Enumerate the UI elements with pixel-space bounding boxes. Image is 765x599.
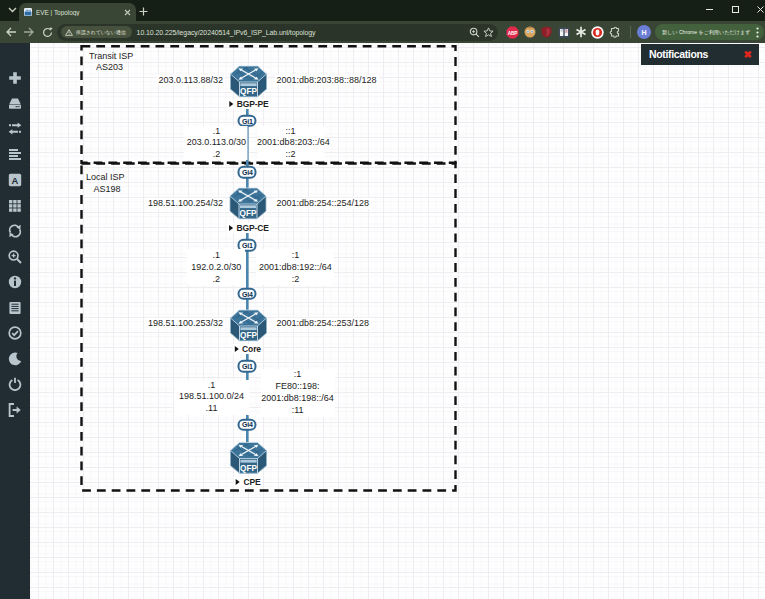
minimize-icon bbox=[705, 5, 714, 14]
sidebar-item-nodes[interactable] bbox=[0, 91, 30, 116]
window-controls bbox=[699, 0, 765, 18]
abp-badge-icon: ABP bbox=[506, 26, 519, 39]
window-minimize-button[interactable] bbox=[699, 0, 720, 18]
node-core[interactable] bbox=[229, 305, 268, 343]
align-lines-icon bbox=[8, 148, 22, 162]
node-bgp-pe[interactable] bbox=[229, 61, 268, 99]
plus-icon bbox=[139, 7, 148, 16]
sidebar-item-lab-details[interactable] bbox=[0, 295, 30, 320]
zone-box-local bbox=[82, 164, 456, 491]
tab-close-icon[interactable] bbox=[123, 8, 132, 17]
chrome-update-button[interactable]: 新しい Chrome をご利用いただけます bbox=[655, 24, 764, 40]
sidebar-item-logout[interactable] bbox=[0, 397, 30, 422]
sidebar-item-refresh-topology[interactable] bbox=[0, 219, 30, 244]
sidebar-item-more-actions[interactable] bbox=[0, 193, 30, 218]
link-labels-link-pe-ce-right: ::12001:db8:203::/64::2 bbox=[257, 126, 324, 161]
red-ring-icon bbox=[591, 26, 604, 39]
new-tab-button[interactable] bbox=[136, 4, 151, 19]
face-avatar-icon bbox=[524, 26, 536, 38]
sidebar-item-status[interactable] bbox=[0, 270, 30, 295]
extension-abp-button[interactable]: ABP bbox=[504, 24, 521, 40]
star-icon bbox=[483, 27, 494, 38]
node-ip6-bgp-ce: 2001:db8:254::254/128 bbox=[275, 198, 372, 209]
extension-book-button[interactable] bbox=[555, 24, 572, 40]
browser-toolbar: 保護されていない通信 10.10.20.225/legacy/20240514_… bbox=[0, 21, 765, 43]
warning-icon bbox=[65, 29, 73, 36]
browser-menu-icon[interactable] bbox=[752, 26, 762, 38]
node-ip6-bgp-pe: 2001:db8:203:88::88/128 bbox=[275, 74, 379, 85]
link-labels-link-pe-ce-left: .1203.0.113.0/30.2 bbox=[185, 126, 248, 161]
asterisk-icon bbox=[575, 26, 587, 38]
zone-as-transit: AS203 bbox=[96, 62, 123, 72]
browser-tab[interactable]: EVE | Topology bbox=[19, 3, 136, 21]
topology-links-layer: QFP bbox=[30, 43, 765, 599]
server-icon bbox=[8, 97, 22, 111]
node-ip4-bgp-ce: 198.51.100.254/32 bbox=[146, 198, 225, 209]
chevron-down-icon bbox=[8, 7, 17, 13]
sidebar-item-close-lab[interactable] bbox=[0, 372, 30, 397]
extension-adguard-button[interactable] bbox=[589, 24, 606, 40]
topology-canvas[interactable]: QFP Transit ISPAS203Local ISPAS198BGP-PE… bbox=[30, 43, 765, 599]
info-circle-icon bbox=[8, 275, 22, 289]
sign-out-icon bbox=[8, 403, 22, 417]
shield-icon bbox=[541, 26, 552, 38]
grid-icon bbox=[8, 199, 22, 213]
running-triangle-icon bbox=[229, 101, 233, 107]
sidebar-item-add-object[interactable] bbox=[0, 66, 30, 91]
running-triangle-icon bbox=[236, 479, 240, 485]
browser-window: EVE | Topology bbox=[0, 0, 765, 599]
iface-label-link-core-cpe-gi4: Gi4 bbox=[238, 418, 257, 431]
bookmark-star-button[interactable] bbox=[481, 25, 495, 39]
security-chip-label: 保護されていない通信 bbox=[76, 29, 126, 35]
zone-as-local: AS198 bbox=[94, 184, 121, 194]
zone-label-transit[interactable]: Transit ISP bbox=[89, 51, 133, 61]
address-bar[interactable]: 保護されていない通信 10.10.20.225/legacy/20240514_… bbox=[57, 24, 498, 41]
link-labels-link-ce-core-right: :12001:db8:192::/64:2 bbox=[256, 249, 334, 285]
extension-asterisk-button[interactable] bbox=[572, 24, 589, 40]
window-maximize-button[interactable] bbox=[725, 0, 746, 18]
node-ip4-bgp-pe: 203.0.113.88/32 bbox=[157, 74, 225, 85]
power-icon bbox=[8, 377, 22, 391]
back-button[interactable] bbox=[3, 24, 19, 40]
zoom-level-button[interactable] bbox=[467, 25, 481, 39]
node-label-cpe: CPE bbox=[234, 477, 263, 487]
sidebar-item-zoom[interactable] bbox=[0, 244, 30, 269]
forward-button[interactable] bbox=[21, 24, 37, 40]
sidebar-item-dark-mode[interactable] bbox=[0, 346, 30, 371]
running-triangle-icon bbox=[235, 346, 239, 352]
sidebar-item-configured-nodes[interactable] bbox=[0, 321, 30, 346]
window-close-button[interactable] bbox=[750, 0, 765, 18]
tab-search-button[interactable] bbox=[5, 3, 19, 17]
tab-strip: EVE | Topology bbox=[0, 0, 765, 21]
sidebar-item-text-objects[interactable]: A bbox=[0, 168, 30, 193]
letter-a-icon: A bbox=[8, 173, 22, 187]
page-content: A QFP Transit ISPAS203Local ISPAS198BGP-… bbox=[0, 43, 765, 599]
profile-avatar[interactable]: H bbox=[637, 25, 651, 39]
notifications-close-icon[interactable]: ✖ bbox=[744, 49, 752, 60]
node-label-bgp-pe: BGP-PE bbox=[227, 99, 270, 109]
book-icon bbox=[558, 27, 570, 38]
sidebar-item-networks[interactable] bbox=[0, 117, 30, 142]
maximize-icon bbox=[731, 5, 740, 14]
iface-label-link-core-cpe-gi1: Gi1 bbox=[238, 360, 257, 373]
extension-shield-button[interactable] bbox=[538, 24, 555, 40]
reload-button[interactable] bbox=[39, 24, 55, 40]
iface-label-link-ce-core-gi4: Gi4 bbox=[238, 288, 257, 301]
sidebar-item-startup-configs[interactable] bbox=[0, 142, 30, 167]
extension-face-button[interactable] bbox=[521, 24, 538, 40]
refresh-icon bbox=[8, 224, 22, 238]
extensions-menu-button[interactable] bbox=[606, 24, 623, 40]
puzzle-icon bbox=[609, 26, 621, 38]
svg-text:ABP: ABP bbox=[508, 30, 518, 35]
node-bgp-ce[interactable] bbox=[228, 183, 267, 221]
node-ip6-core: 2001:db8:254::253/128 bbox=[275, 318, 372, 329]
node-label-core: Core bbox=[233, 344, 263, 354]
running-triangle-icon bbox=[229, 225, 233, 231]
security-chip[interactable]: 保護されていない通信 bbox=[61, 26, 132, 38]
chrome-update-label: 新しい Chrome をご利用いただけます bbox=[662, 29, 752, 36]
notifications-panel: Notifications ✖ bbox=[641, 44, 759, 65]
node-cpe[interactable] bbox=[229, 438, 268, 476]
zone-label-local[interactable]: Local ISP bbox=[86, 172, 125, 182]
close-icon bbox=[756, 5, 765, 14]
list-doc-icon bbox=[8, 301, 22, 315]
